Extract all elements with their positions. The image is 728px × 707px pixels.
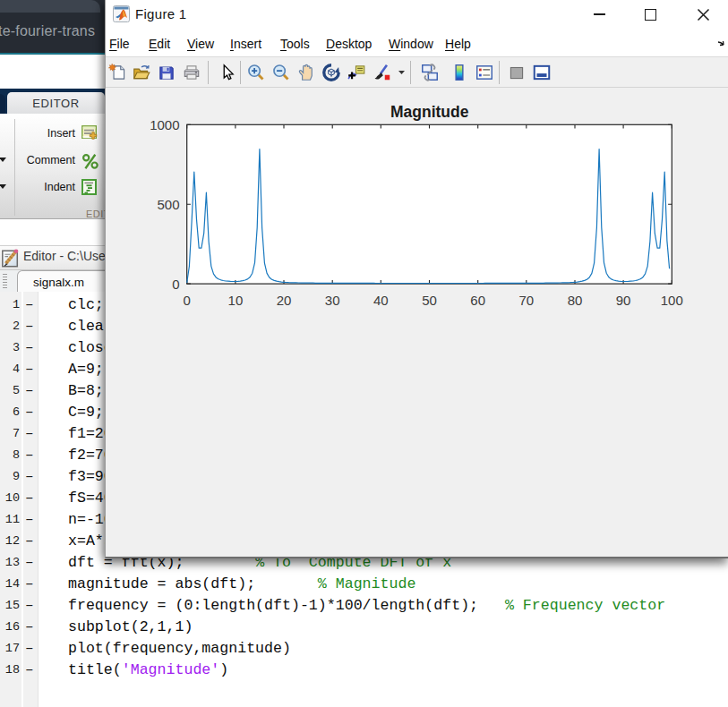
svg-text:0: 0 — [172, 277, 179, 292]
svg-text:10: 10 — [228, 293, 244, 308]
svg-text:50: 50 — [422, 293, 437, 308]
svg-text:60: 60 — [470, 293, 485, 308]
svg-text:30: 30 — [325, 293, 340, 308]
svg-text:70: 70 — [518, 293, 534, 308]
svg-text:90: 90 — [616, 293, 631, 308]
svg-text:500: 500 — [157, 197, 179, 212]
svg-text:20: 20 — [277, 293, 292, 308]
svg-text:80: 80 — [568, 293, 583, 308]
svg-text:0: 0 — [184, 293, 191, 308]
svg-text:1000: 1000 — [150, 117, 179, 132]
svg-text:40: 40 — [373, 293, 389, 308]
svg-text:Magnitude: Magnitude — [390, 103, 469, 121]
svg-text:100: 100 — [661, 293, 683, 308]
